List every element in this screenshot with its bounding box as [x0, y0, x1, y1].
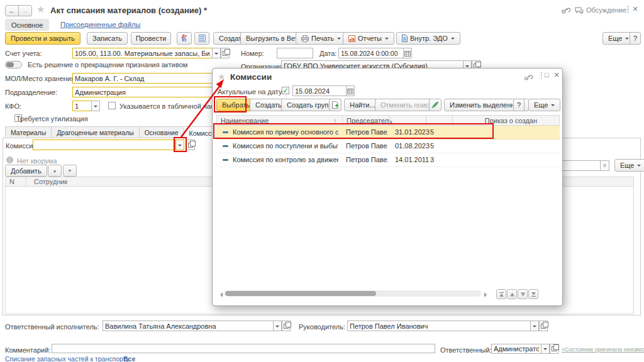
post-and-close-button[interactable]: Провести и закрыть	[5, 32, 80, 45]
catalog-item-icon	[223, 159, 228, 161]
comment-field[interactable]	[52, 344, 435, 353]
post-button[interactable]: Провести	[131, 32, 171, 45]
go-down-icon	[520, 292, 526, 297]
commission-dropdown-button[interactable]	[175, 140, 184, 150]
go-down-button[interactable]	[518, 289, 528, 299]
cancel-search-button[interactable]: Отменить поиск	[375, 99, 438, 111]
col-employee: Сотрудник	[34, 178, 67, 185]
responsible-open-button[interactable]	[550, 344, 558, 354]
tab-basis[interactable]: Основание	[139, 126, 184, 138]
responsible-label: Ответственный:	[440, 346, 492, 354]
spare-parts-link[interactable]: Списание запасных частей к транспорту	[5, 355, 130, 362]
create-new-icon-button[interactable]	[329, 99, 341, 111]
favorite-star-icon[interactable]: ★	[36, 4, 45, 15]
back-button[interactable]: ←	[5, 5, 19, 16]
scroll-left-icon[interactable]	[218, 292, 223, 297]
arrow-up-icon: ▲	[53, 168, 57, 173]
form-help-button[interactable]: ?	[630, 32, 641, 45]
open-icon	[223, 51, 228, 56]
chevron-down-icon	[533, 326, 536, 329]
kfo-tabular-checkbox[interactable]	[108, 102, 116, 109]
number-field[interactable]	[277, 48, 313, 58]
modal-help-button[interactable]: ?	[513, 99, 525, 111]
edo-document-icon	[402, 35, 408, 42]
document-structure-icon-button[interactable]	[194, 32, 209, 45]
clear-icon: ×	[603, 162, 607, 169]
original-state-link[interactable]: <Состояние оригинала неизвестно>	[562, 346, 644, 353]
open-icon	[188, 143, 193, 148]
manager-open-button[interactable]	[539, 321, 548, 331]
actual-date-checkbox[interactable]	[282, 87, 289, 94]
discussion-label[interactable]: Обсуждение	[586, 6, 626, 14]
tab-materials[interactable]: Материалы	[5, 126, 52, 138]
printer-icon	[301, 35, 309, 42]
col-order: Приказ о создан	[471, 117, 537, 124]
search-clear-button[interactable]: ×	[600, 160, 609, 171]
get-link-icon[interactable]	[562, 6, 570, 15]
horizontal-scrollbar-thumb[interactable]	[225, 291, 376, 296]
modal-restore-icon[interactable]: □	[545, 71, 549, 79]
account-label: Счет учета:	[5, 50, 42, 57]
commissions-modal: ★ Комиссии ⋮ □ × Актуальные на дату: Выб…	[212, 68, 563, 306]
account-field[interactable]	[72, 48, 213, 58]
discussion-icon[interactable]	[575, 7, 584, 15]
add-employee-button[interactable]: Добавить	[5, 165, 47, 177]
tab-main[interactable]: Основное	[5, 19, 49, 31]
no-quorum-label: Нет кворума	[17, 157, 57, 165]
modal-link-icon[interactable]	[525, 74, 533, 82]
commission-field[interactable]	[33, 140, 175, 150]
kfo-field[interactable]	[72, 101, 92, 111]
number-label: Номер:	[241, 50, 264, 57]
date-calendar-button[interactable]	[403, 48, 412, 58]
responsible-field[interactable]	[491, 344, 541, 354]
commission-row[interactable]: Комиссия по поступлени и выбытию активов…	[216, 140, 560, 153]
reports-button[interactable]: Отчеты	[343, 32, 394, 45]
kfo-tabular-label: Указывается в табличной части	[119, 102, 221, 110]
go-bottom-icon	[531, 292, 536, 297]
modal-favorite-star-icon[interactable]: ★	[218, 72, 226, 82]
feather-icon	[431, 101, 439, 109]
executor-field[interactable]	[103, 321, 274, 331]
modal-more-button[interactable]: Еще	[528, 99, 560, 111]
forward-button[interactable]: →	[18, 5, 32, 16]
internal-edo-button[interactable]: Внутр. ЭДО	[396, 32, 460, 45]
responsible-dropdown-button[interactable]	[541, 344, 550, 354]
go-first-button[interactable]	[496, 289, 506, 299]
kfo-dropdown-button[interactable]	[91, 101, 100, 111]
go-last-button[interactable]	[528, 289, 538, 299]
derecognition-toggle[interactable]	[5, 61, 22, 69]
employees-more-button[interactable]: Еще	[614, 159, 644, 172]
window-menu-icon[interactable]: ⋮	[624, 4, 632, 14]
move-down-button[interactable]: ▼	[63, 165, 77, 177]
executor-dropdown-button[interactable]	[273, 321, 282, 331]
tab-attached-files[interactable]: Присоединенные файлы	[60, 21, 140, 28]
tab-precious-materials[interactable]: Драгоценные материалы	[51, 126, 139, 138]
window-close-icon[interactable]: ×	[633, 4, 638, 14]
move-up-button[interactable]: ▲	[48, 165, 62, 177]
actual-date-field[interactable]	[292, 85, 347, 96]
date-field[interactable]	[338, 48, 404, 58]
col-n: N	[9, 178, 14, 185]
commissions-list-empty-area[interactable]	[216, 167, 560, 288]
commission-open-button[interactable]	[186, 140, 195, 150]
forward-icon: →	[22, 7, 29, 14]
print-button[interactable]: Печать	[296, 32, 347, 45]
calendar-icon	[404, 50, 411, 57]
manager-dropdown-button[interactable]	[530, 321, 539, 331]
commission-row[interactable]: Комиссия по приему основного средства в …	[216, 126, 560, 140]
horizontal-scrollbar-track[interactable]	[225, 290, 481, 297]
go-up-button[interactable]	[507, 289, 517, 299]
all-link[interactable]: Все	[123, 355, 135, 362]
write-button[interactable]: Записать	[87, 32, 128, 45]
scroll-right-icon[interactable]	[484, 292, 489, 297]
executor-open-button[interactable]	[282, 321, 291, 331]
account-open-button[interactable]	[221, 48, 230, 58]
actual-date-calendar-button[interactable]	[346, 85, 355, 96]
manager-field[interactable]	[347, 321, 531, 331]
commission-row[interactable]: Комиссия по контролю за движением ТМЦ Пе…	[216, 153, 560, 167]
account-dropdown-button[interactable]	[212, 48, 221, 58]
modal-close-icon[interactable]: ×	[554, 70, 559, 80]
dt-kt-icon-button[interactable]: Дт Кт	[177, 32, 192, 45]
mol-label: МОЛ/Место хранения:	[5, 75, 77, 82]
configure-list-icon-button[interactable]	[429, 99, 441, 111]
